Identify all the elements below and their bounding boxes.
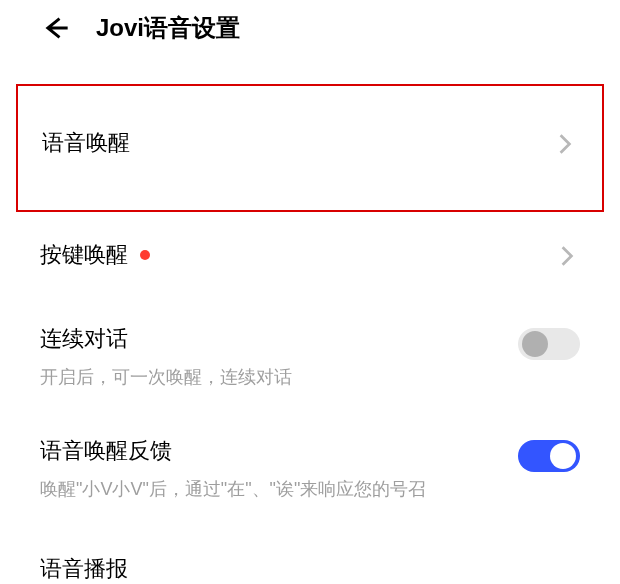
chevron-right-icon [558,133,578,153]
row-label: 按键唤醒 [40,240,128,270]
toggle-knob [522,331,548,357]
toggle-continuous-dialogue[interactable] [518,328,580,360]
row-text: 连续对话 开启后，可一次唤醒，连续对话 [40,324,518,392]
row-voice-broadcast[interactable]: 语音播报 [12,514,608,584]
row-key-wake[interactable]: 按键唤醒 [12,220,608,290]
chevron-right-icon [560,245,580,265]
page-title: Jovi语音设置 [96,12,240,44]
row-description: 唤醒"小V小V"后，通过"在"、"诶"来响应您的号召 [40,476,498,504]
row-description: 开启后，可一次唤醒，连续对话 [40,364,498,392]
toggle-knob [550,443,576,469]
row-title: 语音唤醒反馈 [40,436,498,466]
settings-list: 语音唤醒 按键唤醒 连续对话 开启后，可一次唤醒，连续对话 语音唤醒反馈 唤醒"… [0,84,620,584]
row-label: 语音唤醒 [42,128,130,158]
page-header: Jovi语音设置 [0,0,620,64]
row-wake-feedback: 语音唤醒反馈 唤醒"小V小V"后，通过"在"、"诶"来响应您的号召 [12,402,608,514]
toggle-wake-feedback[interactable] [518,440,580,472]
back-button[interactable] [40,12,72,44]
row-title: 连续对话 [40,324,498,354]
row-text: 语音唤醒反馈 唤醒"小V小V"后，通过"在"、"诶"来响应您的号召 [40,436,518,504]
notification-dot-icon [140,250,150,260]
row-title: 语音播报 [40,554,580,584]
row-voice-wake[interactable]: 语音唤醒 [16,84,604,212]
arrow-left-icon [42,14,70,42]
row-continuous-dialogue: 连续对话 开启后，可一次唤醒，连续对话 [12,290,608,402]
